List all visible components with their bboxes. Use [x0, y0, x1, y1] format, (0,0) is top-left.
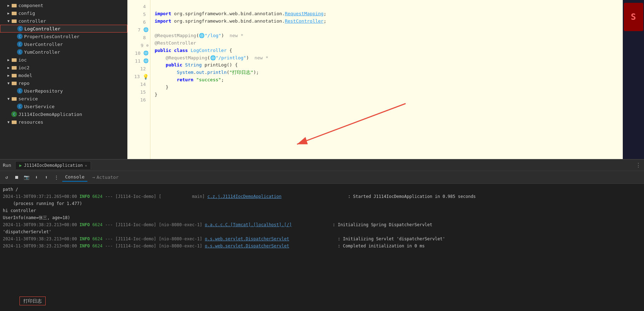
sidebar-item-controller[interactable]: ▼ controller [0, 17, 127, 25]
sidebar-item-config[interactable]: ▶ config [0, 9, 127, 17]
console-toolbar: ↺ ⏹ 📷 ⬇ ⬆ ⋮ Console → Actuator [0, 171, 644, 184]
sidebar-item-label: PropertiesController [24, 34, 80, 39]
sidebar-item-component[interactable]: ▶ component [0, 1, 127, 9]
collapse-arrow: ▼ [6, 80, 11, 86]
restart-button[interactable]: ↺ [3, 174, 11, 181]
actuator-tab[interactable]: → Actuator [90, 173, 121, 181]
log-text: (process running for 1.477) [3, 200, 82, 207]
class-icon: C [17, 104, 23, 109]
sidebar-item-YumController[interactable]: ▶ C YumController [0, 48, 127, 56]
log-message: : Initializing Servlet 'dispatcherServle… [289, 236, 445, 242]
log-thread: nio-8080-exec-1 [161, 222, 200, 228]
log-text: 'dispatcherServlet' [3, 229, 51, 235]
log-separator: --- [105, 236, 115, 242]
file-tree: ▶ component ▶ config ▼ controller ▶ C [0, 0, 127, 159]
sidebar-item-label: UserService [24, 104, 54, 109]
console-line: UserInfo(name=张三, age=18) [0, 214, 644, 221]
sidebar-item-label: UserRepository [24, 88, 63, 94]
line-number: 9⊘ [127, 42, 150, 49]
log-time: 2024-11-30T09:38:23.213+08:00 [3, 236, 80, 242]
line-number: 4 [127, 3, 150, 11]
collapse-arrow: ▼ [6, 96, 11, 101]
log-class: o.s.web.servlet.DispatcherServlet [205, 236, 289, 242]
collapse-arrow: ▶ [6, 10, 11, 16]
log-pid: 6624 [92, 222, 105, 228]
sidebar-item-model[interactable]: ▶ model [0, 71, 127, 79]
collapse-arrow: ▶ [6, 57, 11, 63]
folder-icon [11, 119, 17, 125]
stop-button[interactable]: ⏹ [13, 174, 21, 181]
console-tab[interactable]: Console [62, 173, 87, 182]
log-thread: main [161, 193, 202, 200]
log-time: 2024-11-30T09:38:23.213+08:00 [3, 243, 80, 249]
sidebar-item-UserService[interactable]: ▶ C UserService [0, 102, 127, 110]
folder-icon [11, 18, 17, 24]
sidebar-item-resources[interactable]: ▼ resources [0, 118, 127, 126]
class-icon: C [17, 34, 23, 39]
sidebar-item-J1114IocDemoApplication[interactable]: ▶ C J1114IocDemoApplication [0, 110, 127, 118]
actuator-label: Actuator [97, 175, 119, 180]
scroll-up-button[interactable]: ⬆ [42, 174, 50, 181]
folder-icon [11, 72, 17, 78]
log-bracket: ] [202, 193, 207, 200]
close-tab-button[interactable]: ✕ [85, 164, 87, 168]
scroll-down-button[interactable]: ⬇ [33, 174, 40, 181]
log-app: [J1114-Ioc-demo] [ [115, 193, 161, 200]
console-line: (process running for 1.477) [0, 200, 644, 207]
console-output: path / 2024-11-30T09:37:21.265+08:00 INF… [0, 184, 644, 311]
line-number: 11🌐 [127, 57, 150, 65]
code-editor: 4 5 6 7🌐 8 9⊘ 10🌐 11🌐 12 13💡 14 15 16 im… [127, 0, 623, 159]
console-line: path / [0, 186, 644, 193]
log-level: INFO [80, 222, 92, 228]
log-separator: --- [105, 243, 115, 249]
class-icon: C [17, 41, 23, 47]
console-line: 2024-11-30T09:37:21.265+08:00 INFO 6624 … [0, 193, 644, 200]
sidebar-item-ioc2[interactable]: ▶ ioc2 [0, 64, 127, 71]
log-separator: --- [105, 193, 115, 200]
log-bracket: ] [200, 222, 205, 228]
collapse-arrow: ▼ [6, 18, 11, 24]
log-message: : Initializing Spring DispatcherServlet [292, 222, 432, 228]
more-options-button[interactable]: ⋮ [52, 174, 60, 181]
line-number: 12 [127, 65, 150, 73]
folder-icon [11, 96, 17, 101]
sidebar-item-LogController[interactable]: ▶ C LogController [0, 25, 127, 33]
log-text: hi controller [3, 207, 36, 214]
class-icon: C [11, 111, 17, 117]
sidebar-item-label: model [18, 73, 32, 78]
console-line: 'dispatcherServlet' [0, 228, 644, 235]
line-number: 7🌐 [127, 26, 150, 34]
line-number: 10🌐 [127, 49, 150, 57]
collapse-arrow: ▶ [6, 65, 11, 70]
log-level: INFO [80, 193, 92, 200]
line-number: 16 [127, 96, 150, 104]
sidebar-item-UserRepository[interactable]: ▶ C UserRepository [0, 87, 127, 95]
run-tab[interactable]: ▶ J1114IocDemoApplication ✕ [15, 161, 91, 169]
sidebar-item-label: UserController [24, 42, 63, 47]
sidebar-item-ioc[interactable]: ▶ ioc [0, 56, 127, 64]
sidebar-item-repo[interactable]: ▼ repo [0, 79, 127, 87]
sidebar-item-label: resources [18, 119, 43, 125]
log-thread: nio-8080-exec-1 [161, 236, 200, 242]
folder-icon [11, 65, 17, 70]
sidebar-item-PropertiesController[interactable]: ▶ C PropertiesController [0, 33, 127, 40]
tab-more-button[interactable]: ⋮ [636, 162, 641, 169]
folder-icon [11, 2, 17, 8]
run-label: Run [3, 163, 11, 168]
sidebar-item-UserController[interactable]: ▶ C UserController [0, 40, 127, 48]
svg-rect-11 [12, 74, 14, 75]
folder-icon [11, 80, 17, 86]
log-time: 2024-11-30T09:37:21.265+08:00 [3, 193, 80, 200]
sidebar-item-service[interactable]: ▼ service [0, 95, 127, 102]
log-bracket: ] [200, 243, 205, 249]
sidebar-item-label: config [18, 11, 35, 16]
log-level: INFO [80, 243, 92, 249]
collapse-arrow: ▶ [6, 2, 11, 8]
console-line: 2024-11-30T09:38:23.213+08:00 INFO 6624 … [0, 221, 644, 228]
screenshot-button[interactable]: 📷 [23, 174, 30, 181]
sidebar-item-label: YumController [24, 49, 60, 55]
log-class: o.a.c.c.C.[Tomcat].[localhost].[/] [205, 222, 292, 228]
folder-icon [11, 10, 17, 16]
log-separator: --- [105, 222, 115, 228]
svg-rect-9 [12, 66, 14, 67]
